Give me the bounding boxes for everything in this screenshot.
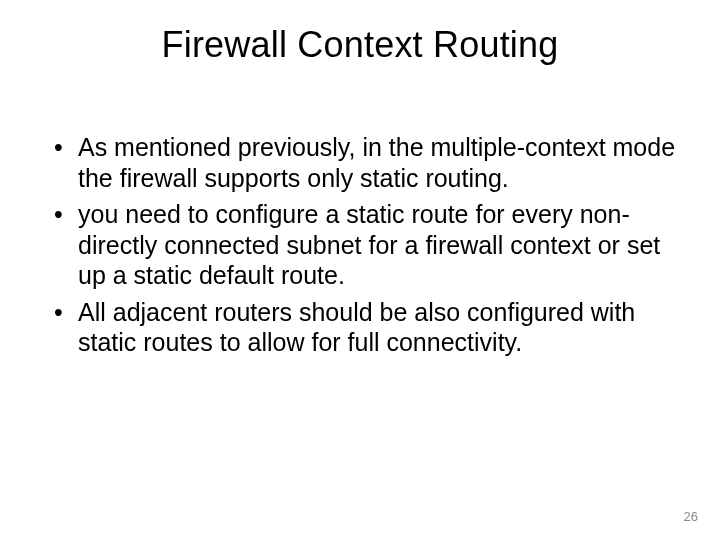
slide-body: As mentioned previously, in the multiple…: [50, 132, 680, 364]
bullet-list: As mentioned previously, in the multiple…: [50, 132, 680, 358]
list-item: All adjacent routers should be also conf…: [50, 297, 680, 358]
page-number: 26: [684, 509, 698, 524]
list-item: As mentioned previously, in the multiple…: [50, 132, 680, 193]
slide: Firewall Context Routing As mentioned pr…: [0, 0, 720, 540]
slide-title: Firewall Context Routing: [0, 24, 720, 66]
list-item: you need to configure a static route for…: [50, 199, 680, 291]
